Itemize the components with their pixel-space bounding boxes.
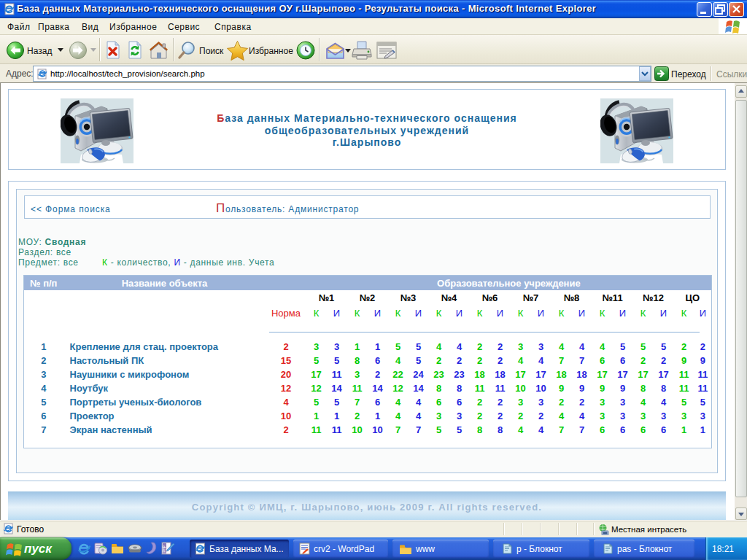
- svg-text:PHP: PHP: [163, 545, 166, 552]
